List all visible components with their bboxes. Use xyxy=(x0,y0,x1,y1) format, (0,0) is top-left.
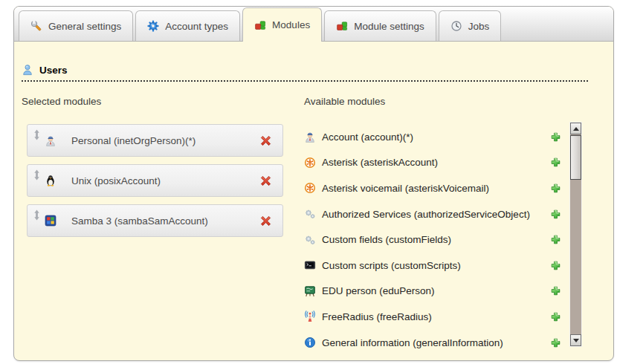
selected-module-row[interactable]: Samba 3 (sambaSamAccount) xyxy=(27,204,283,237)
move-handle-icon[interactable] xyxy=(33,209,40,221)
add-button[interactable] xyxy=(550,157,561,168)
gear-icon xyxy=(147,20,159,32)
modules-icon xyxy=(254,19,266,31)
asterisk-icon xyxy=(304,157,316,169)
available-module-row: Authorized Services (authorizedServiceOb… xyxy=(304,201,561,227)
selected-modules-label: Selected modules xyxy=(22,96,101,107)
available-module-row: Account (account)(*) xyxy=(304,124,561,150)
tab-general-settings[interactable]: General settings xyxy=(19,10,133,41)
tab-jobs[interactable]: Jobs xyxy=(439,10,502,41)
user-icon xyxy=(22,64,33,76)
selected-modules-list: Personal (inetOrgPerson)(*) Unix (posixA… xyxy=(27,124,283,237)
info-icon xyxy=(304,337,316,348)
tab-label: Jobs xyxy=(468,21,490,32)
available-module-row: FreeRadius (freeRadius) xyxy=(304,304,561,330)
module-label: Custom fields (customFields) xyxy=(322,234,550,245)
available-modules-list: Account (account)(*) Asterisk (asteriskA… xyxy=(304,124,561,355)
gears-icon xyxy=(304,234,316,246)
tab-label: Account types xyxy=(165,21,228,32)
windows-icon xyxy=(45,215,56,227)
tab-module-settings[interactable]: Module settings xyxy=(324,10,436,41)
add-button[interactable] xyxy=(550,183,561,194)
modules-icon xyxy=(336,20,348,32)
scroll-down-icon xyxy=(573,339,579,342)
add-button[interactable] xyxy=(550,209,561,220)
page: General settings Account types Modules M… xyxy=(0,0,617,364)
person-icon xyxy=(45,134,56,146)
add-button[interactable] xyxy=(550,285,561,296)
module-label: General information (generalInformation) xyxy=(322,337,550,348)
tux-icon xyxy=(45,175,56,186)
antenna-icon xyxy=(304,311,316,322)
add-button[interactable] xyxy=(550,337,561,348)
tab-label: Modules xyxy=(272,19,310,30)
add-button[interactable] xyxy=(550,260,561,271)
wrench-icon xyxy=(30,20,42,32)
tab-account-types[interactable]: Account types xyxy=(135,10,240,41)
selected-module-row[interactable]: Unix (posixAccount) xyxy=(27,164,283,197)
available-module-row: Asterisk voicemail (asteriskVoicemail) xyxy=(304,175,561,201)
module-label: FreeRadius (freeRadius) xyxy=(322,311,550,322)
delete-button[interactable] xyxy=(259,134,272,147)
add-button[interactable] xyxy=(550,311,561,322)
section-heading: Users xyxy=(22,64,588,82)
move-handle-icon[interactable] xyxy=(33,129,40,140)
tab-bar: General settings Account types Modules M… xyxy=(14,7,613,42)
clock-icon xyxy=(450,20,462,32)
available-module-row: Custom fields (customFields) xyxy=(304,227,561,253)
delete-button[interactable] xyxy=(259,175,272,187)
add-button[interactable] xyxy=(550,234,561,245)
scrollbar[interactable] xyxy=(569,122,582,347)
module-label: EDU person (eduPerson) xyxy=(322,285,550,296)
module-label: Unix (posixAccount) xyxy=(71,175,259,186)
delete-button[interactable] xyxy=(259,215,272,227)
selected-module-row[interactable]: Personal (inetOrgPerson)(*) xyxy=(27,124,283,157)
scrollbar-thumb[interactable] xyxy=(570,135,581,180)
available-module-row: EDU person (eduPerson) xyxy=(304,279,561,305)
scroll-down-button[interactable] xyxy=(570,334,581,346)
section-title: Users xyxy=(39,65,68,76)
tab-modules[interactable]: Modules xyxy=(242,7,322,42)
module-label: Account (account)(*) xyxy=(322,131,550,143)
tab-content: Users Selected modules Available modules… xyxy=(14,42,613,360)
move-handle-icon[interactable] xyxy=(33,169,40,181)
scrollbar-track[interactable] xyxy=(570,134,581,334)
scroll-up-icon xyxy=(573,127,579,131)
available-module-row: General information (generalInformation) xyxy=(304,330,561,356)
available-modules-label: Available modules xyxy=(304,96,385,107)
chalkboard-icon xyxy=(304,285,316,297)
module-label: Custom scripts (customScripts) xyxy=(322,260,550,271)
person-icon xyxy=(304,131,316,143)
module-label: Authorized Services (authorizedServiceOb… xyxy=(322,209,550,220)
asterisk-icon xyxy=(304,182,316,194)
scroll-up-button[interactable] xyxy=(570,123,581,134)
terminal-icon xyxy=(304,259,316,271)
available-module-row: Custom scripts (customScripts) xyxy=(304,253,561,279)
configuration-widget: General settings Account types Modules M… xyxy=(13,6,614,361)
gears-icon xyxy=(304,208,316,220)
tab-label: Module settings xyxy=(354,21,424,32)
available-module-row: Asterisk (asteriskAccount) xyxy=(304,150,561,176)
add-button[interactable] xyxy=(550,131,561,143)
module-label: Asterisk (asteriskAccount) xyxy=(322,157,550,168)
tab-label: General settings xyxy=(48,21,121,32)
module-label: Asterisk voicemail (asteriskVoicemail) xyxy=(322,183,550,194)
module-label: Samba 3 (sambaSamAccount) xyxy=(71,215,259,227)
module-label: Personal (inetOrgPerson)(*) xyxy=(71,135,259,146)
